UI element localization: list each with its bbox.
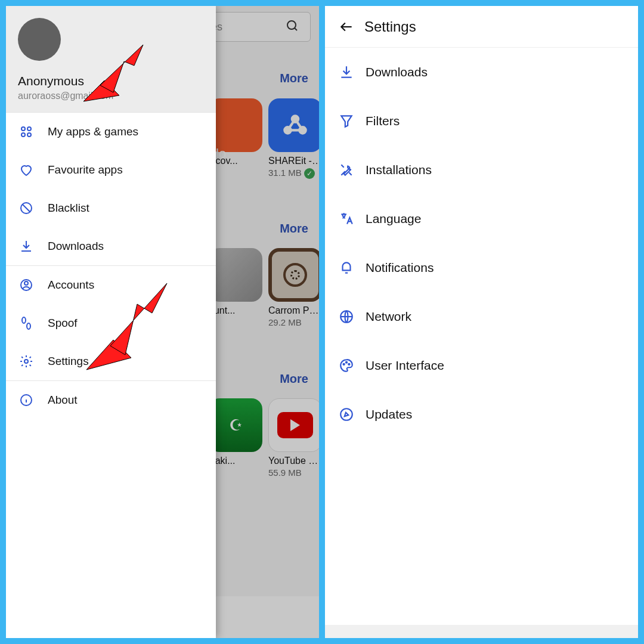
menu-label: Settings bbox=[48, 355, 89, 368]
filter-icon bbox=[332, 107, 361, 135]
setting-label: Filters bbox=[366, 114, 400, 128]
app-icon-text: lo bbox=[216, 146, 226, 162]
user-email: auroraoss@gmail.com bbox=[18, 91, 204, 101]
app-tile[interactable]: lo iscov... bbox=[209, 98, 262, 166]
svg-point-11 bbox=[22, 317, 26, 323]
menu-label: Spoof bbox=[48, 317, 78, 330]
menu-label: Accounts bbox=[48, 278, 94, 292]
search-bar[interactable]: es bbox=[203, 12, 311, 42]
setting-label: Updates bbox=[366, 407, 412, 422]
settings-notifications[interactable]: Notifications bbox=[325, 243, 638, 292]
app-icon: ☪ bbox=[209, 398, 262, 452]
left-screenshot: es More More More lo iscov... SHAREit - … bbox=[6, 6, 319, 638]
menu-label: Downloads bbox=[48, 240, 104, 253]
arrow-left-icon bbox=[339, 19, 354, 35]
spoof-icon bbox=[18, 315, 35, 332]
settings-title: Settings bbox=[364, 18, 416, 35]
settings-updates[interactable]: Updates bbox=[325, 390, 638, 439]
svg-point-23 bbox=[340, 408, 352, 420]
settings-filters[interactable]: Filters bbox=[325, 97, 638, 145]
settings-network[interactable]: Network bbox=[325, 292, 638, 341]
gear-icon bbox=[18, 353, 35, 370]
search-icon bbox=[285, 18, 299, 35]
menu-spoof[interactable]: Spoof bbox=[6, 304, 216, 342]
setting-label: Downloads bbox=[366, 65, 428, 79]
avatar bbox=[18, 18, 61, 61]
menu-about[interactable]: About bbox=[6, 381, 216, 419]
menu-accounts[interactable]: Accounts bbox=[6, 266, 216, 304]
back-button[interactable] bbox=[332, 13, 361, 41]
settings-language[interactable]: Language bbox=[325, 194, 638, 243]
settings-header: Settings bbox=[325, 6, 638, 48]
apps-icon bbox=[18, 123, 35, 140]
verified-icon: ✓ bbox=[304, 168, 315, 179]
right-screenshot: Settings Downloads Filters Installations… bbox=[325, 6, 638, 638]
app-name-text: SHAREit - Tr... bbox=[268, 156, 319, 166]
app-icon bbox=[209, 248, 262, 302]
app-tile[interactable]: YouTube Kid... 55.9 MB bbox=[268, 398, 319, 478]
app-size-text: 55.9 MB bbox=[268, 467, 319, 478]
menu-label: My apps & games bbox=[48, 125, 138, 138]
palette-icon bbox=[332, 351, 361, 380]
download-icon bbox=[332, 58, 361, 86]
svg-point-10 bbox=[24, 281, 28, 285]
settings-ui[interactable]: User Interface bbox=[325, 341, 638, 390]
menu-my-apps[interactable]: My apps & games bbox=[6, 113, 216, 151]
setting-label: User Interface bbox=[366, 358, 444, 373]
compass-icon bbox=[332, 400, 361, 429]
app-icon bbox=[268, 398, 319, 452]
user-name: Anonymous bbox=[18, 74, 204, 88]
app-tile[interactable]: Carrom Poo... 29.2 MB bbox=[268, 248, 319, 327]
menu-blacklist[interactable]: Blacklist bbox=[6, 189, 216, 227]
svg-point-5 bbox=[27, 127, 31, 131]
menu-downloads[interactable]: Downloads bbox=[6, 227, 216, 265]
menu-settings[interactable]: Settings bbox=[6, 342, 216, 380]
drawer-header[interactable]: Anonymous auroraoss@gmail.com bbox=[6, 6, 216, 112]
block-icon bbox=[18, 200, 35, 216]
more-link-3[interactable]: More bbox=[280, 372, 308, 386]
tools-icon bbox=[332, 156, 361, 184]
setting-label: Installations bbox=[366, 163, 432, 177]
svg-point-7 bbox=[27, 133, 31, 137]
svg-point-13 bbox=[24, 360, 28, 363]
globe-icon bbox=[332, 302, 361, 331]
app-icon: lo bbox=[209, 98, 262, 152]
android-nav-bar bbox=[325, 625, 638, 638]
svg-point-0 bbox=[287, 21, 296, 29]
heart-icon bbox=[18, 162, 35, 178]
account-icon bbox=[18, 277, 35, 293]
app-size-text: 29.2 MB bbox=[268, 317, 319, 327]
setting-label: Notifications bbox=[366, 261, 434, 275]
menu-label: Favourite apps bbox=[48, 163, 123, 177]
svg-point-22 bbox=[348, 364, 349, 365]
menu-favourite[interactable]: Favourite apps bbox=[6, 151, 216, 189]
info-icon bbox=[18, 392, 35, 408]
app-name-text: Carrom Poo... bbox=[268, 305, 319, 316]
bell-icon bbox=[332, 253, 361, 282]
setting-label: Language bbox=[366, 212, 421, 226]
setting-label: Network bbox=[366, 309, 411, 324]
menu-label: About bbox=[48, 394, 78, 407]
more-link-1[interactable]: More bbox=[280, 72, 308, 85]
app-icon bbox=[268, 248, 319, 302]
svg-point-20 bbox=[343, 364, 345, 365]
app-tile[interactable]: ount... bbox=[209, 248, 262, 316]
more-link-2[interactable]: More bbox=[280, 222, 308, 236]
settings-installations[interactable]: Installations bbox=[325, 145, 638, 194]
app-icon bbox=[268, 98, 319, 152]
app-name-text: Paki... bbox=[209, 456, 262, 466]
menu-label: Blacklist bbox=[48, 202, 89, 215]
navigation-drawer: Anonymous auroraoss@gmail.com My apps & … bbox=[6, 6, 216, 638]
svg-point-12 bbox=[27, 323, 30, 329]
svg-point-4 bbox=[21, 127, 25, 131]
app-tile[interactable]: ☪ Paki... bbox=[209, 398, 262, 466]
app-name-text: YouTube Kid... bbox=[268, 456, 319, 466]
app-size-text: 31.1 MB✓ bbox=[268, 168, 319, 179]
download-icon bbox=[18, 238, 35, 255]
app-tile[interactable]: SHAREit - Tr... 31.1 MB✓ bbox=[268, 98, 319, 179]
settings-downloads[interactable]: Downloads bbox=[325, 48, 638, 97]
language-icon bbox=[332, 205, 361, 233]
svg-point-6 bbox=[21, 133, 25, 137]
svg-point-21 bbox=[346, 362, 347, 363]
app-name-text: ount... bbox=[209, 305, 262, 316]
